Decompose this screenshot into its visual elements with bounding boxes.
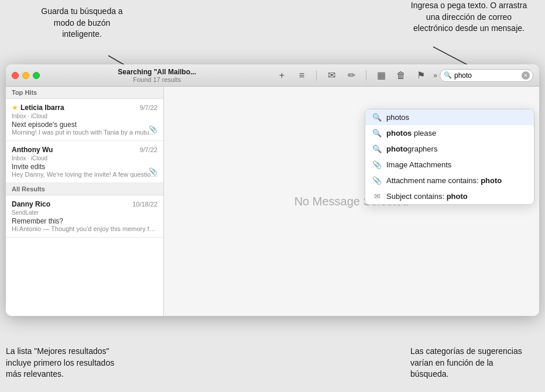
msg-mailbox-2: Inbox · iCloud xyxy=(12,155,47,161)
dropdown-text-1: photos xyxy=(386,113,409,122)
trash-button[interactable]: 🗑 xyxy=(393,68,409,83)
msg-sender-2: Anthony Wu xyxy=(12,146,53,154)
dropdown-highlight-6: photo xyxy=(447,192,468,201)
dropdown-highlight-3: photo xyxy=(386,145,407,153)
search-icon: 🔍 xyxy=(372,113,382,122)
dropdown-text-6a: Subject contains: xyxy=(386,192,447,201)
dropdown-text-4: Image Attachments xyxy=(386,160,451,169)
search-icon: 🔍 xyxy=(444,71,452,79)
msg-date-2: 9/7/22 xyxy=(139,146,157,153)
search-icon: 🔍 xyxy=(372,129,382,137)
msg-date-1: 9/7/22 xyxy=(139,104,157,111)
dropdown-item-2[interactable]: 🔍 photos please xyxy=(365,125,534,141)
dropdown-text-5a: Attachment name contains: xyxy=(386,176,481,185)
attachment-icon-1: 📎 xyxy=(149,125,157,133)
msg-subject-1: Next episode's guest xyxy=(12,121,157,129)
close-button[interactable] xyxy=(12,72,19,79)
section-header-all-results: All Results xyxy=(6,183,163,195)
attachment-icon: 📎 xyxy=(372,160,382,169)
msg-subject-2: Invite edits xyxy=(12,163,157,171)
message-item[interactable]: Danny Rico 10/18/22 SendLater Remember t… xyxy=(6,195,163,238)
message-item[interactable]: Anthony Wu 9/7/22 Inbox · iCloud Invite … xyxy=(6,141,163,183)
note-button[interactable]: ≡ xyxy=(294,68,309,83)
envelope-icon: ✉ xyxy=(372,192,382,201)
dropdown-item-4[interactable]: 📎 Image Attachments xyxy=(365,157,534,173)
message-list: Top Hits ★ Leticia Ibarra 9/7/22 Inbox ·… xyxy=(6,87,164,316)
dropdown-item-1[interactable]: 🔍 photos xyxy=(365,109,534,125)
dropdown-item-5[interactable]: 📎 Attachment name contains: photo xyxy=(365,173,534,188)
search-dropdown: 🔍 photos 🔍 photos please 🔍 photographers xyxy=(365,109,534,205)
search-input[interactable] xyxy=(440,69,533,82)
message-item[interactable]: ★ Leticia Ibarra 9/7/22 Inbox · iCloud N… xyxy=(6,99,163,141)
dropdown-highlight-5: photo xyxy=(481,176,502,185)
flag-button[interactable]: ⚑ xyxy=(413,68,429,83)
msg-mailbox-1: Inbox · iCloud xyxy=(12,113,47,119)
archive-button[interactable]: ▦ xyxy=(373,68,389,83)
mail-window: Searching "All Mailbo... Found 17 result… xyxy=(6,64,539,316)
star-icon-1: ★ xyxy=(12,104,18,112)
title-bar: Searching "All Mailbo... Found 17 result… xyxy=(6,64,539,87)
msg-subject-3: Remember this? xyxy=(12,217,157,225)
msg-sender-1: Leticia Ibarra xyxy=(20,104,64,112)
compose-button[interactable]: ✉ xyxy=(324,68,339,83)
section-header-top-hits: Top Hits xyxy=(6,87,163,99)
search-icon: 🔍 xyxy=(372,145,382,153)
message-detail: No Message Selected 🔍 photos 🔍 photos pl… xyxy=(164,87,539,316)
window-title-area: Searching "All Mailbo... Found 17 result… xyxy=(44,68,269,83)
fullscreen-button[interactable] xyxy=(33,72,40,79)
window-title: Searching "All Mailbo... xyxy=(44,68,269,76)
dropdown-text-3: graphers xyxy=(407,145,437,153)
search-clear-button[interactable]: ✕ xyxy=(522,71,530,80)
traffic-lights xyxy=(12,72,40,79)
toolbar-separator-1 xyxy=(316,70,317,81)
msg-header-3: Danny Rico 10/18/22 xyxy=(12,200,157,208)
dropdown-text-2: please xyxy=(412,129,436,137)
chevrons-button[interactable]: » xyxy=(433,71,437,80)
main-content: Top Hits ★ Leticia Ibarra 9/7/22 Inbox ·… xyxy=(6,87,539,316)
attachment-icon: 📎 xyxy=(372,176,382,185)
msg-preview-1: Morning! I was put in touch with Tania b… xyxy=(12,129,157,136)
toolbar-separator-2 xyxy=(366,70,366,81)
callout-bottom-left: La lista "Mejores resultados" incluye pr… xyxy=(6,346,123,380)
msg-date-3: 10/18/22 xyxy=(132,201,157,208)
edit-button[interactable]: ✏ xyxy=(344,68,359,83)
add-mailbox-button[interactable]: + xyxy=(274,68,289,83)
search-input-wrap: 🔍 ✕ xyxy=(440,69,533,82)
dropdown-item-6[interactable]: ✉ Subject contains: photo xyxy=(365,188,534,204)
callout-top-left: Guarda tu búsqueda a modo de buzón intel… xyxy=(35,6,129,40)
msg-header-1: ★ Leticia Ibarra 9/7/22 xyxy=(12,104,157,112)
callout-top-right: Ingresa o pega texto. O arrastra una dir… xyxy=(410,0,527,35)
callout-bottom-right: Las categorías de sugerencias varían en … xyxy=(410,346,533,380)
msg-header-2: Anthony Wu 9/7/22 xyxy=(12,146,157,154)
window-subtitle: Found 17 results xyxy=(44,76,269,83)
msg-preview-3: Hi Antonio — Thought you'd enjoy this me… xyxy=(12,225,157,232)
msg-preview-2: Hey Danny, We're loving the invite! A fe… xyxy=(12,171,157,178)
msg-mailbox-3: SendLater xyxy=(12,209,39,216)
msg-sender-3: Danny Rico xyxy=(12,200,50,208)
dropdown-item-3[interactable]: 🔍 photographers xyxy=(365,141,534,157)
attachment-icon-2: 📎 xyxy=(149,167,157,176)
search-bar-container: » 🔍 ✕ xyxy=(433,69,533,82)
minimize-button[interactable] xyxy=(22,72,29,79)
dropdown-highlight-2: photos xyxy=(386,129,412,137)
